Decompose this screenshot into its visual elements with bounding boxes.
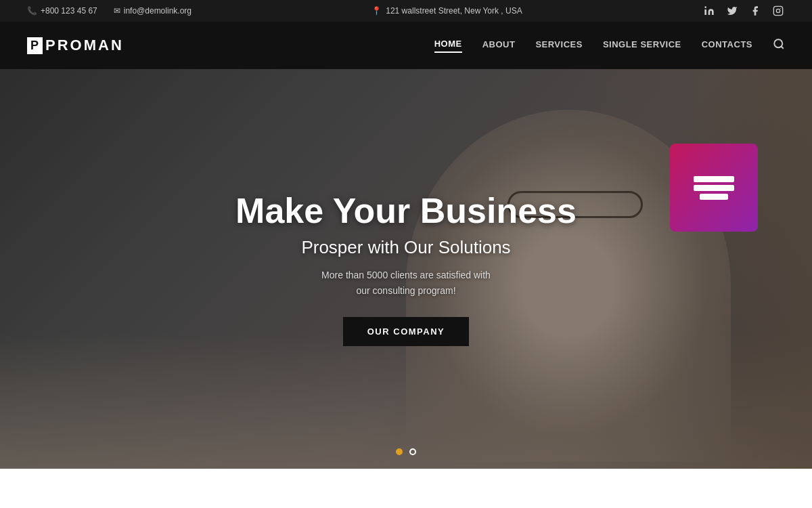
social-links (702, 4, 785, 18)
search-icon[interactable] (773, 38, 785, 53)
elementor-bar-2 (694, 185, 734, 191)
instagram-icon[interactable] (771, 4, 785, 18)
svg-point-4 (780, 8, 781, 9)
location-icon: 📍 (371, 6, 382, 16)
address-info: 📍 121 wallstreet Street, New York , USA (371, 6, 522, 16)
phone-icon: 📞 (27, 6, 37, 16)
twitter-icon[interactable] (725, 4, 739, 18)
hero-section: Make Your Business Prosper with Our Solu… (0, 69, 812, 469)
hero-cta-button[interactable]: OUR COMPANY (343, 317, 469, 346)
svg-rect-0 (704, 9, 706, 15)
nav-single-service[interactable]: SINGLE SERVICE (603, 39, 681, 52)
hero-subtitle: Prosper with Our Solutions (135, 237, 677, 258)
below-hero-section: 20 Years of Immaculate Consulting Servic… (0, 469, 812, 508)
main-nav: HOME ABOUT SERVICES SINGLE SERVICE CONTA… (434, 38, 785, 53)
svg-point-5 (774, 39, 782, 47)
elementor-bar-1 (694, 176, 734, 182)
logo-text: PROMAN (45, 37, 124, 54)
phone-number: +800 123 45 67 (41, 6, 97, 16)
logo[interactable]: P PROMAN (27, 37, 124, 54)
hero-title: Make Your Business (135, 192, 677, 230)
email-address: info@demolink.org (124, 6, 191, 16)
hero-dot-1[interactable] (396, 448, 403, 455)
linkedin-icon[interactable] (702, 4, 716, 18)
svg-point-3 (776, 9, 780, 12)
email-contact[interactable]: ✉ info@demolink.org (114, 6, 191, 16)
elementor-bar-3 (700, 194, 728, 200)
svg-rect-2 (773, 6, 782, 15)
nav-home[interactable]: HOME (434, 39, 462, 53)
address-text: 121 wallstreet Street, New York , USA (386, 6, 522, 16)
top-bar-contacts: 📞 +800 123 45 67 ✉ info@demolink.org (27, 6, 191, 16)
phone-contact[interactable]: 📞 +800 123 45 67 (27, 6, 97, 16)
hero-dots (396, 448, 416, 455)
svg-line-6 (781, 46, 783, 48)
logo-icon: P (27, 37, 43, 54)
email-icon: ✉ (114, 6, 120, 16)
header: P PROMAN HOME ABOUT SERVICES SINGLE SERV… (0, 22, 812, 69)
nav-contacts[interactable]: CONTACTS (702, 39, 752, 52)
nav-about[interactable]: ABOUT (482, 39, 516, 52)
elementor-badge-inner (694, 176, 734, 200)
elementor-badge (670, 144, 758, 232)
top-bar: 📞 +800 123 45 67 ✉ info@demolink.org 📍 1… (0, 0, 812, 22)
hero-dot-2[interactable] (409, 448, 416, 455)
facebook-icon[interactable] (748, 4, 762, 18)
nav-services[interactable]: SERVICES (535, 39, 583, 52)
svg-point-1 (704, 6, 706, 8)
hero-description: More than 5000 clients are satisfied wit… (135, 268, 677, 298)
